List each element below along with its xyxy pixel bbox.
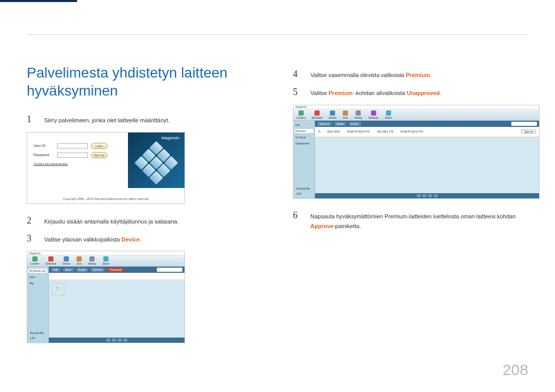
device-thumbnail[interactable] bbox=[52, 283, 64, 295]
app-toolbar: Approve Delete Export bbox=[315, 121, 539, 127]
step-6: 6 Napsauta hyväksymättömien Premium-lait… bbox=[293, 210, 528, 232]
row-approve-button[interactable]: Approve bbox=[521, 129, 536, 134]
content-icon bbox=[32, 256, 38, 262]
app-sidebar: All Device List Input Tag Recycle Bin LF… bbox=[27, 267, 49, 343]
schedule-icon bbox=[48, 256, 53, 262]
app-body: Lite Premium by Group Unapproved Recycle… bbox=[293, 121, 539, 198]
user-id-input[interactable] bbox=[57, 143, 88, 148]
sidebar-item-all[interactable]: All Device List bbox=[28, 269, 47, 273]
row-mac: 00-68-FF-63-D7-FD bbox=[400, 130, 423, 133]
app-pagination bbox=[315, 193, 539, 198]
sidebar-by-group[interactable]: by Group bbox=[294, 135, 313, 139]
left-column: Palvelimesta yhdistetyn laitteen hyväksy… bbox=[27, 36, 262, 354]
app-main: Approve Delete Export ☑ MDC-2015 00-68-F… bbox=[315, 121, 539, 198]
tab-user[interactable]: User bbox=[77, 256, 82, 265]
app-logo: MagicInfo bbox=[293, 105, 539, 109]
contact-admin-link[interactable]: Contact the administrator bbox=[33, 162, 116, 165]
tab-schedule[interactable]: Schedule bbox=[46, 256, 57, 265]
status-icon bbox=[103, 256, 108, 262]
toolbar-edit[interactable]: Edit bbox=[51, 268, 61, 272]
tab-content[interactable]: Content bbox=[297, 110, 306, 119]
toolbar-general[interactable]: General bbox=[90, 268, 105, 272]
toolbar-move[interactable]: Move bbox=[63, 268, 74, 272]
row-id: 00-68-FF-63-D7-FD bbox=[347, 130, 369, 133]
toolbar-btn[interactable]: Export bbox=[348, 122, 361, 126]
row-name: MDC-2015 bbox=[327, 130, 340, 133]
app-sidebar: Lite Premium by Group Unapproved Recycle… bbox=[293, 121, 315, 198]
step5-hl1: Premium bbox=[328, 90, 353, 96]
step-number: 6 bbox=[293, 210, 300, 221]
page-number: 208 bbox=[503, 361, 528, 379]
step5-p1: Valitse bbox=[310, 90, 328, 96]
step-text: Valitse vasemmalla olevista valikoista P… bbox=[310, 70, 432, 81]
tab-status[interactable]: Status bbox=[385, 110, 392, 119]
password-input[interactable] bbox=[57, 153, 88, 158]
row-checkbox[interactable]: ☑ bbox=[318, 130, 320, 133]
tab-device[interactable]: Device bbox=[328, 110, 336, 119]
sidebar-unapproved[interactable]: Unapproved bbox=[294, 141, 313, 145]
app-pagination bbox=[49, 338, 184, 343]
sidebar-lfd[interactable]: LFD bbox=[29, 336, 46, 340]
password-label: Password bbox=[33, 153, 54, 157]
toolbar-btn[interactable]: Approve bbox=[317, 122, 332, 126]
toolbar-btn[interactable]: Delete bbox=[334, 122, 346, 126]
device-list-screenshot: MagicInfo Content Schedule Device User S… bbox=[27, 251, 185, 343]
step3-suffix: . bbox=[140, 236, 141, 242]
title-accent-bar bbox=[0, 0, 77, 2]
app-toolbar: Edit Move Export General Thumbnail bbox=[49, 267, 184, 273]
tab-setting[interactable]: Setting bbox=[88, 256, 96, 265]
sidebar-recycle[interactable]: Recycle Bin bbox=[29, 331, 46, 335]
tab-statistics[interactable]: Statistics bbox=[368, 110, 379, 119]
step-number: 5 bbox=[293, 87, 300, 98]
step-number: 1 bbox=[27, 114, 34, 125]
header-divider bbox=[27, 34, 528, 35]
step-text: Valitse Premium -kohdan alivalikoista Un… bbox=[310, 88, 441, 99]
toolbar-export[interactable]: Export bbox=[76, 268, 88, 272]
user-id-label: User ID bbox=[33, 144, 54, 147]
sidebar-lite[interactable]: Lite bbox=[294, 123, 313, 127]
column-headers bbox=[49, 273, 184, 280]
step6-hl: Approve bbox=[310, 223, 334, 229]
status-icon bbox=[386, 110, 391, 116]
table-row[interactable]: ☑ MDC-2015 00-68-FF-63-D7-FD 192.168.1.1… bbox=[315, 127, 539, 137]
signup-button[interactable]: Sign Up bbox=[91, 152, 107, 158]
page-columns: Palvelimesta yhdistetyn laitteen hyväksy… bbox=[0, 17, 555, 354]
login-button[interactable]: Login bbox=[91, 143, 107, 149]
step4-highlight: Premium bbox=[406, 72, 430, 78]
sidebar-item[interactable]: Input bbox=[28, 275, 47, 279]
sidebar-lfd[interactable]: LFD bbox=[295, 192, 312, 196]
tab-setting[interactable]: Setting bbox=[354, 110, 362, 119]
user-icon bbox=[343, 110, 348, 116]
sidebar-item[interactable]: Tag bbox=[28, 281, 47, 285]
step5-hl2: Unapproved bbox=[407, 90, 440, 96]
app-tab-bar: Content Schedule Device User Setting Sta… bbox=[27, 255, 184, 267]
step-text: Valitse yläosan valikkopalkista Device. bbox=[44, 235, 141, 245]
step-text: Napsauta hyväksymättömien Premium-laitte… bbox=[310, 212, 528, 232]
sidebar-recycle[interactable]: Recycle Bin bbox=[295, 186, 312, 191]
copyright-text: Copyright 2009 - 2013 Samsung Electronic… bbox=[27, 197, 184, 200]
toolbar-search-input[interactable] bbox=[157, 268, 182, 272]
step3-highlight: Device bbox=[121, 236, 139, 242]
toolbar-thumbnail[interactable]: Thumbnail bbox=[107, 268, 124, 272]
sidebar-premium[interactable]: Premium bbox=[294, 129, 313, 133]
tab-device[interactable]: Device bbox=[62, 256, 70, 265]
step5-p2: -kohdan alivalikoista bbox=[353, 90, 406, 96]
tab-schedule[interactable]: Schedule bbox=[312, 110, 323, 119]
step-number: 2 bbox=[27, 215, 34, 226]
step-4: 4 Valitse vasemmalla olevista valikoista… bbox=[293, 69, 528, 81]
app-tab-bar: Content Schedule Device User Setting Sta… bbox=[293, 109, 539, 121]
login-graphic-panel: MagicInfo bbox=[128, 133, 184, 188]
tab-content[interactable]: Content bbox=[30, 256, 40, 265]
step5-suffix: . bbox=[440, 90, 441, 96]
step4-prefix: Valitse vasemmalla olevista valikoista bbox=[310, 72, 406, 78]
step-number: 3 bbox=[27, 233, 34, 244]
tab-status[interactable]: Status bbox=[102, 256, 109, 265]
tab-user[interactable]: User bbox=[343, 110, 348, 119]
toolbar-search-input[interactable] bbox=[511, 122, 537, 126]
step-text: Siirry palvelimeen, jonka olet laitteell… bbox=[44, 116, 170, 126]
unapproved-list-screenshot: MagicInfo Content Schedule Device User S… bbox=[293, 105, 540, 199]
step-2: 2 Kirjaudu sisään antamalla käyttäjätunn… bbox=[27, 215, 262, 227]
section-title: Palvelimesta yhdistetyn laitteen hyväksy… bbox=[27, 64, 262, 100]
step6-p1: Napsauta hyväksymättömien Premium-laitte… bbox=[310, 213, 515, 219]
setting-icon bbox=[89, 256, 95, 262]
